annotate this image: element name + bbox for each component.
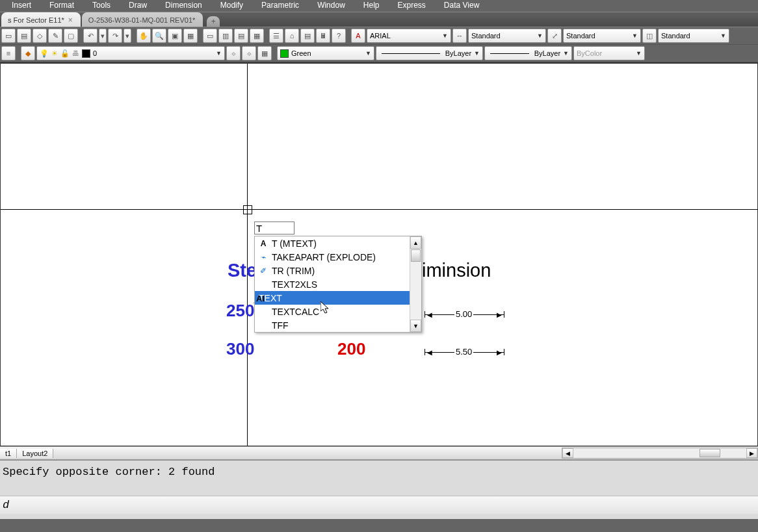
toolbar-row-1: ▭ ▤ ◇ ✎ ▢ ↶ ▾ ↷ ▾ ✋ 🔍 ▣ ▦ ▭ ▥ ▤ ▦ ☰ ⌂ ▤ …	[0, 27, 758, 45]
drawing-value: 250	[226, 301, 254, 321]
autocomplete-item[interactable]: TEXTCALC	[255, 305, 421, 318]
dimension-tick	[504, 311, 504, 318]
menu-draw[interactable]: Draw	[120, 0, 156, 12]
scroll-thumb[interactable]	[411, 249, 421, 262]
menu-express[interactable]: Express	[389, 0, 435, 12]
tool-icon[interactable]: ▤	[300, 29, 315, 43]
pickbox-icon	[243, 205, 252, 214]
tool-icon[interactable]: ▭	[1, 29, 16, 43]
calculator-icon[interactable]: 🖩	[316, 29, 330, 43]
dimension-tick	[425, 349, 425, 355]
mtext-icon: A	[259, 239, 268, 248]
layer-tool-icon[interactable]: ⟐	[226, 46, 241, 60]
drawing-value: 200	[337, 339, 365, 359]
command-region: Specify opposite corner: 2 found d	[0, 460, 758, 519]
undo-button[interactable]: ↶	[83, 29, 98, 43]
undo-dropdown[interactable]: ▾	[99, 29, 107, 43]
menu-help[interactable]: Help	[354, 0, 389, 12]
scroll-down-icon[interactable]: ▼	[410, 320, 421, 332]
lineweight-dropdown[interactable]: ByLayer ▼	[484, 46, 572, 60]
tool-icon[interactable]: ▢	[64, 29, 78, 43]
redo-button[interactable]: ↷	[108, 29, 122, 43]
trim-icon: ✐	[259, 266, 268, 275]
zoom-icon[interactable]: 🔍	[152, 29, 166, 43]
linetype-dropdown[interactable]: ByLayer ▼	[376, 46, 483, 60]
autocomplete-item[interactable]: TEXT2XLS	[255, 277, 421, 291]
scroll-right-icon[interactable]: ▶	[746, 448, 757, 458]
menu-dimension[interactable]: Dimension	[156, 0, 211, 12]
tool-icon[interactable]: ☰	[269, 29, 283, 43]
scroll-left-icon[interactable]: ◀	[562, 448, 573, 458]
textstyle-dropdown[interactable]: Standard▼	[468, 29, 546, 43]
dimstyle-dropdown[interactable]: Standard▼	[563, 29, 641, 43]
dynamic-command-input[interactable]	[254, 222, 294, 234]
pan-icon[interactable]: ✋	[137, 29, 151, 43]
layout-tab[interactable]: t1	[0, 449, 17, 458]
autocomplete-item[interactable]: AT (MTEXT)	[255, 236, 421, 250]
layout-tab[interactable]: Layout2	[17, 449, 53, 458]
autocomplete-item-selected[interactable]: TEXT	[255, 291, 421, 305]
autocomplete-scrollbar[interactable]: ▲ ▼	[410, 236, 421, 332]
toolbar-row-2: ≡ ◆ 💡☀🔓🖶 0 ▼ ⟐ ⟐ ▦ Green ▼ ByLayer ▼ ByL…	[0, 45, 758, 62]
plotstyle-dropdown[interactable]: ByColor ▼	[573, 46, 645, 60]
close-icon[interactable]: ×	[68, 16, 73, 25]
dimension-value: 5.50	[454, 347, 473, 357]
layer-tool-icon[interactable]: ⟐	[242, 46, 256, 60]
menu-window[interactable]: Window	[308, 0, 354, 12]
dimstyle-icon[interactable]: ↔	[452, 29, 467, 43]
layer-icon[interactable]: ≡	[1, 46, 16, 60]
menu-parametric[interactable]: Parametric	[252, 0, 308, 12]
command-prompt[interactable]: d	[0, 496, 758, 514]
dimension-tick	[425, 311, 425, 318]
autocomplete-item[interactable]: TFF	[255, 318, 421, 332]
layer-tool-icon[interactable]: ▦	[257, 46, 272, 60]
doc-tab-inactive[interactable]: O-2536-W38-01-MQ-001 REV01*	[82, 12, 203, 27]
tablestyle-dropdown[interactable]: Standard▼	[658, 29, 729, 43]
tool-icon[interactable]: ▭	[203, 29, 217, 43]
textstyle-icon[interactable]: A	[351, 29, 365, 43]
zoom-window-icon[interactable]: ▣	[168, 29, 182, 43]
new-tab-button[interactable]: +	[207, 16, 220, 27]
menu-tools[interactable]: Tools	[83, 0, 120, 12]
ribbon: ▭ ▤ ◇ ✎ ▢ ↶ ▾ ↷ ▾ ✋ 🔍 ▣ ▦ ▭ ▥ ▤ ▦ ☰ ⌂ ▤ …	[0, 27, 758, 63]
horizontal-scrollbar[interactable]: ◀ ▶	[562, 448, 758, 459]
dimstyle-icon[interactable]: ⤢	[547, 29, 562, 43]
autocomplete-popup: AT (MTEXT) ⌁TAKEAPART (EXPLODE) ✐TR (TRI…	[254, 236, 422, 333]
crosshair-horizontal	[1, 209, 758, 210]
tool-icon[interactable]: ⌂	[285, 29, 299, 43]
redo-dropdown[interactable]: ▾	[124, 29, 131, 43]
layout-tabs-bar: t1 Layout2 ◀ ▶	[0, 446, 758, 460]
menu-bar: Insert Format Tools Draw Dimension Modif…	[0, 0, 758, 12]
font-dropdown[interactable]: ARIAL▼	[367, 29, 451, 43]
tool-icon[interactable]: ▤	[17, 29, 31, 43]
plotstyle-name: ByColor	[577, 49, 602, 57]
drawing-text: Ste	[228, 260, 257, 281]
doc-tab-active[interactable]: s For Sector E11* ×	[1, 12, 81, 27]
zoom-extents-icon[interactable]: ▦	[183, 29, 198, 43]
help-icon[interactable]: ?	[332, 29, 346, 43]
crosshair-vertical	[247, 64, 248, 446]
menu-format[interactable]: Format	[40, 0, 83, 12]
menu-insert[interactable]: Insert	[3, 0, 40, 12]
tool-icon[interactable]: ◇	[33, 29, 47, 43]
layer-name: 0	[93, 49, 97, 57]
scroll-thumb[interactable]	[699, 449, 720, 457]
tool-icon[interactable]: ▥	[218, 29, 233, 43]
menu-dataview[interactable]: Data View	[435, 0, 488, 12]
layer-tool-icon[interactable]: ◆	[21, 46, 35, 60]
tool-icon[interactable]: ▤	[234, 29, 248, 43]
lineweight-name: ByLayer	[534, 49, 560, 57]
document-tabs: s For Sector E11* × O-2536-W38-01-MQ-001…	[0, 12, 758, 27]
drawing-canvas[interactable]: Ste iminsion 250 AI 300 200 ◀ ▶ 5.00 ◀ ▶…	[0, 63, 758, 446]
tool-icon[interactable]: ✎	[48, 29, 62, 43]
color-dropdown[interactable]: Green ▼	[277, 46, 374, 60]
color-name: Green	[291, 49, 311, 57]
menu-modify[interactable]: Modify	[211, 0, 252, 12]
autocomplete-item[interactable]: ⌁TAKEAPART (EXPLODE)	[255, 250, 421, 264]
dimstyle-name: Standard	[566, 32, 595, 40]
tool-icon[interactable]: ▦	[250, 29, 264, 43]
tablestyle-icon[interactable]: ◫	[642, 29, 657, 43]
scroll-up-icon[interactable]: ▲	[410, 236, 421, 249]
autocomplete-item[interactable]: ✐TR (TRIM)	[255, 264, 421, 277]
layer-dropdown[interactable]: 💡☀🔓🖶 0 ▼	[36, 46, 225, 60]
